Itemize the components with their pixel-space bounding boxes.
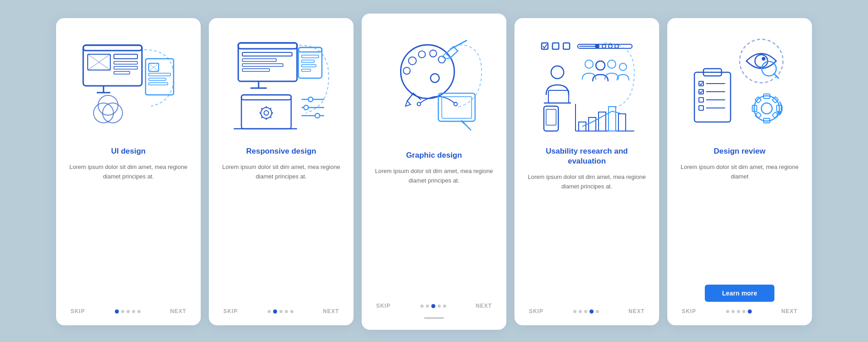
dot-1 xyxy=(420,305,424,308)
svg-rect-70 xyxy=(552,43,559,49)
svg-point-75 xyxy=(602,45,606,48)
svg-rect-103 xyxy=(699,89,703,94)
card-footer-usability: SKIP NEXT xyxy=(527,308,646,314)
card-desc-responsive-design: Lorem ipsum dolor sit dim amet, mea regi… xyxy=(222,163,341,300)
dot-1 xyxy=(268,310,271,313)
card-design-review: Design review Lorem ipsum dolor sit dim … xyxy=(667,18,812,325)
card-icon-design-review xyxy=(680,32,799,140)
svg-marker-62 xyxy=(406,101,410,106)
svg-rect-34 xyxy=(302,69,311,71)
card-icon-responsive-design xyxy=(222,32,341,140)
svg-rect-93 xyxy=(618,114,626,131)
dot-2 xyxy=(731,310,735,313)
svg-point-57 xyxy=(419,51,425,57)
dot-2 xyxy=(273,309,277,314)
svg-point-51 xyxy=(304,105,308,110)
card-footer-responsive-design: SKIP NEXT xyxy=(222,308,341,314)
svg-line-67 xyxy=(464,123,471,130)
svg-point-76 xyxy=(609,45,612,48)
svg-rect-31 xyxy=(302,55,319,58)
svg-rect-71 xyxy=(563,43,570,49)
svg-point-58 xyxy=(429,50,436,56)
skip-button-usability[interactable]: SKIP xyxy=(529,308,543,314)
card-desc-graphic-design: Lorem ipsum dolor sit dim amet, mea regi… xyxy=(374,167,494,295)
svg-point-74 xyxy=(595,44,599,49)
svg-point-53 xyxy=(315,113,320,118)
skip-button-responsive-design[interactable]: SKIP xyxy=(223,308,238,314)
next-button-usability[interactable]: NEXT xyxy=(628,308,645,314)
dots-usability xyxy=(573,309,599,314)
dots-graphic-design xyxy=(420,304,446,308)
nav-row-usability: SKIP NEXT xyxy=(527,308,646,314)
svg-rect-7 xyxy=(114,54,137,59)
svg-rect-73 xyxy=(579,46,597,47)
svg-point-64 xyxy=(454,102,458,106)
svg-line-47 xyxy=(261,117,263,118)
svg-point-55 xyxy=(430,74,439,82)
dots-responsive-design xyxy=(268,309,293,314)
svg-point-109 xyxy=(754,96,779,121)
dot-5 xyxy=(137,310,141,313)
svg-rect-32 xyxy=(302,60,314,62)
next-button-ui-design[interactable]: NEXT xyxy=(170,308,186,314)
svg-rect-16 xyxy=(149,78,166,80)
svg-point-56 xyxy=(409,57,416,65)
card-usability-research: Usability research and evaluation Lorem … xyxy=(514,18,659,325)
dot-3 xyxy=(279,310,283,313)
cards-container: UI design Lorem ipsum dolor sit dim amet… xyxy=(29,0,839,342)
svg-point-39 xyxy=(264,111,269,115)
svg-point-59 xyxy=(439,56,445,63)
skip-button-design-review[interactable]: SKIP xyxy=(682,308,696,314)
svg-rect-28 xyxy=(242,69,269,71)
svg-rect-101 xyxy=(699,81,703,86)
skip-button-ui-design[interactable]: SKIP xyxy=(71,308,85,314)
svg-point-60 xyxy=(403,67,410,74)
svg-rect-27 xyxy=(242,64,283,66)
dot-1 xyxy=(726,310,729,313)
card-title-graphic-design: Graphic design xyxy=(406,150,462,160)
svg-rect-92 xyxy=(609,107,616,131)
card-footer-design-review: Learn more SKIP NEXT xyxy=(680,285,799,314)
svg-point-81 xyxy=(596,61,605,70)
svg-point-82 xyxy=(608,60,616,68)
next-button-design-review[interactable]: NEXT xyxy=(781,308,797,314)
dot-4 xyxy=(438,305,441,308)
nav-row-design-review: SKIP NEXT xyxy=(680,308,799,314)
svg-point-83 xyxy=(585,60,593,68)
card-icon-ui-design xyxy=(69,32,188,140)
svg-line-46 xyxy=(270,108,271,109)
dot-5 xyxy=(748,309,752,314)
svg-point-63 xyxy=(417,102,421,106)
card-desc-usability: Lorem ipsum dolor sit dim amet, mea regi… xyxy=(527,173,646,300)
card-title-usability: Usability research and evaluation xyxy=(527,146,646,166)
card-ui-design: UI design Lorem ipsum dolor sit dim amet… xyxy=(56,18,201,325)
next-button-graphic-design[interactable]: NEXT xyxy=(476,303,492,309)
dot-3 xyxy=(431,304,435,308)
dot-5 xyxy=(443,305,446,308)
svg-line-44 xyxy=(261,108,263,109)
svg-rect-25 xyxy=(242,52,292,56)
svg-point-84 xyxy=(619,63,627,70)
learn-more-button[interactable]: Learn more xyxy=(705,285,774,302)
svg-point-19 xyxy=(103,103,123,123)
card-icon-usability xyxy=(527,32,646,140)
svg-rect-107 xyxy=(699,106,703,110)
dots-ui-design xyxy=(115,309,141,314)
dot-4 xyxy=(742,310,745,313)
card-graphic-design: Graphic design Lorem ipsum dolor sit dim… xyxy=(362,14,506,330)
card-footer-ui-design: SKIP NEXT xyxy=(69,308,188,314)
skip-button-graphic-design[interactable]: SKIP xyxy=(376,303,391,309)
svg-rect-36 xyxy=(241,95,291,100)
dot-5 xyxy=(290,310,293,313)
card-footer-graphic-design: SKIP NEXT xyxy=(374,303,494,319)
svg-rect-15 xyxy=(149,73,170,76)
svg-rect-26 xyxy=(242,59,276,61)
dot-3 xyxy=(584,310,587,313)
svg-rect-8 xyxy=(114,61,137,64)
svg-point-110 xyxy=(761,103,772,114)
nav-row-responsive-design: SKIP NEXT xyxy=(222,308,341,314)
svg-point-95 xyxy=(755,55,768,67)
next-button-responsive-design[interactable]: NEXT xyxy=(323,308,339,314)
dot-1 xyxy=(573,310,576,313)
svg-point-49 xyxy=(308,97,313,102)
